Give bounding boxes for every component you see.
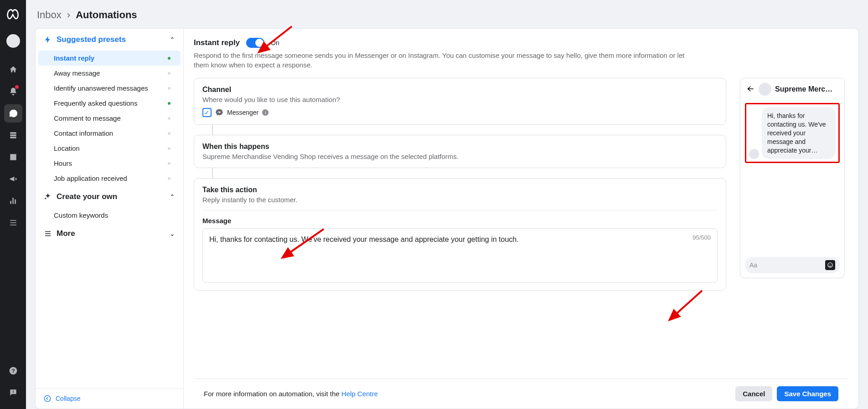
feedback-icon[interactable]: ! (4, 383, 22, 402)
chevron-up-icon: ⌃ (170, 193, 175, 200)
status-dot (168, 132, 170, 135)
message-textarea[interactable]: Hi, thanks for contacting us. We've rece… (202, 228, 718, 283)
panel: Suggested presets ⌃ Instant replyAway me… (35, 28, 859, 409)
flow-column: Channel Where would you like to use this… (194, 78, 726, 378)
sidebar-item-label: Custom keywords (54, 211, 108, 219)
preview-input: Aa (745, 257, 840, 273)
chevron-right-icon: › (67, 9, 70, 21)
preview-phone: Supreme Merc… Hi, thanks for contacting … (740, 78, 845, 278)
more-label: More (57, 229, 75, 238)
help-centre-link[interactable]: Help Centre (341, 390, 378, 398)
toggle-state-label: On (271, 39, 279, 46)
save-button[interactable]: Save Changes (777, 386, 838, 401)
more-header[interactable]: More ⌄ (36, 223, 183, 245)
footer-info: For more information on automation, visi… (204, 390, 378, 398)
breadcrumb: Inbox › Automations (37, 9, 857, 21)
sidebar-item-away-message[interactable]: Away message (38, 66, 181, 81)
message-label: Message (202, 217, 718, 225)
sidebar-item-label: Away message (54, 69, 100, 77)
message-text: Hi, thanks for contacting us. We've rece… (209, 234, 711, 245)
sidebar-item-label: Instant reply (54, 54, 94, 62)
sidebar-item-custom-keywords[interactable]: Custom keywords (38, 208, 181, 223)
channel-subtitle: Where would you like to use this automat… (202, 96, 718, 103)
notifications-icon[interactable] (4, 82, 22, 101)
sidebar-item-instant-reply[interactable]: Instant reply (38, 51, 181, 66)
svg-point-5 (829, 264, 830, 265)
sidebar-item-job-application-received[interactable]: Job application received (38, 171, 181, 186)
breadcrumb-current: Automations (76, 9, 137, 21)
collapse-icon (44, 395, 51, 402)
suggested-presets-label: Suggested presets (57, 35, 126, 44)
preview-avatar (759, 83, 771, 96)
bubble-avatar (749, 149, 759, 159)
breadcrumb-root[interactable]: Inbox (37, 9, 62, 21)
list-icon (44, 230, 52, 238)
ads-icon[interactable] (4, 170, 22, 188)
trigger-card: When this happens Supreme Merchandise Ve… (194, 135, 726, 168)
preview-name: Supreme Merc… (775, 85, 839, 93)
instant-reply-toggle[interactable] (246, 38, 264, 48)
presets-sidebar: Suggested presets ⌃ Instant replyAway me… (36, 29, 184, 409)
preview-bubble-highlight: Hi, thanks for contacting us. We've rece… (745, 103, 840, 163)
char-count: 95/500 (692, 234, 711, 241)
sidebar-item-identify-unanswered-messages[interactable]: Identify unanswered messages (38, 81, 181, 96)
preview-bubble: Hi, thanks for contacting us. We've rece… (762, 107, 836, 159)
sidebar-item-label: Contact information (54, 129, 113, 137)
emoji-icon (825, 260, 835, 270)
footer: For more information on automation, visi… (194, 378, 848, 409)
sidebar-item-comment-to-message[interactable]: Comment to message (38, 111, 181, 126)
help-icon[interactable]: ? (4, 362, 22, 380)
inbox-icon[interactable] (4, 104, 22, 123)
content: Instant reply On Respond to the first me… (184, 29, 858, 409)
action-title: Take this action (202, 186, 718, 194)
main-area: Inbox › Automations Suggested presets ⌃ … (26, 0, 868, 409)
sidebar-item-contact-information[interactable]: Contact information (38, 126, 181, 141)
sidebar-item-label: Location (54, 144, 80, 152)
channel-card: Channel Where would you like to use this… (194, 78, 726, 125)
messenger-checkbox[interactable]: ✓ (202, 108, 212, 117)
posts-icon[interactable] (4, 126, 22, 144)
svg-text:!: ! (12, 389, 14, 394)
insights-icon[interactable] (4, 192, 22, 210)
status-dot (168, 147, 170, 150)
sidebar-item-hours[interactable]: Hours (38, 156, 181, 171)
status-dot (168, 117, 170, 120)
meta-logo (6, 7, 21, 23)
action-subtitle: Reply instantly to the customer. (202, 196, 718, 204)
profile-avatar[interactable] (6, 34, 20, 48)
collapse-label: Collapse (56, 395, 80, 402)
action-card: Take this action Reply instantly to the … (194, 178, 726, 291)
trigger-title: When this happens (202, 143, 718, 151)
sidebar-item-label: Hours (54, 159, 72, 167)
channel-title: Channel (202, 86, 718, 94)
channel-option-label: Messenger (227, 109, 258, 116)
left-rail: ? ! (0, 0, 26, 409)
sidebar-item-label: Identify unanswered messages (54, 84, 148, 92)
cancel-button[interactable]: Cancel (735, 386, 772, 401)
sidebar-item-label: Job application received (54, 174, 127, 182)
info-icon[interactable]: i (262, 109, 269, 116)
menu-icon[interactable] (4, 214, 22, 232)
status-dot (168, 177, 170, 180)
create-your-own-label: Create your own (57, 192, 117, 201)
preview-placeholder: Aa (749, 261, 757, 269)
create-your-own-header[interactable]: Create your own ⌃ (36, 186, 183, 208)
sidebar-item-location[interactable]: Location (38, 141, 181, 156)
suggested-presets-header[interactable]: Suggested presets ⌃ (36, 29, 183, 51)
home-icon[interactable] (4, 61, 22, 79)
back-icon[interactable] (746, 84, 755, 95)
chevron-down-icon: ⌄ (170, 230, 175, 237)
status-dot (168, 72, 170, 75)
svg-point-3 (44, 395, 50, 401)
page-description: Respond to the first message someone sen… (194, 51, 695, 70)
svg-point-4 (828, 263, 833, 268)
planner-icon[interactable] (4, 148, 22, 166)
collapse-button[interactable]: Collapse (36, 388, 183, 409)
sidebar-item-frequently-asked-questions[interactable]: Frequently asked questions (38, 96, 181, 111)
sparkle-icon (44, 193, 52, 201)
chevron-up-icon: ⌃ (170, 36, 175, 43)
page-title: Instant reply (194, 38, 240, 47)
svg-point-6 (831, 264, 831, 265)
preview-column: Supreme Merc… Hi, thanks for contacting … (740, 78, 845, 378)
bolt-icon (44, 36, 52, 44)
